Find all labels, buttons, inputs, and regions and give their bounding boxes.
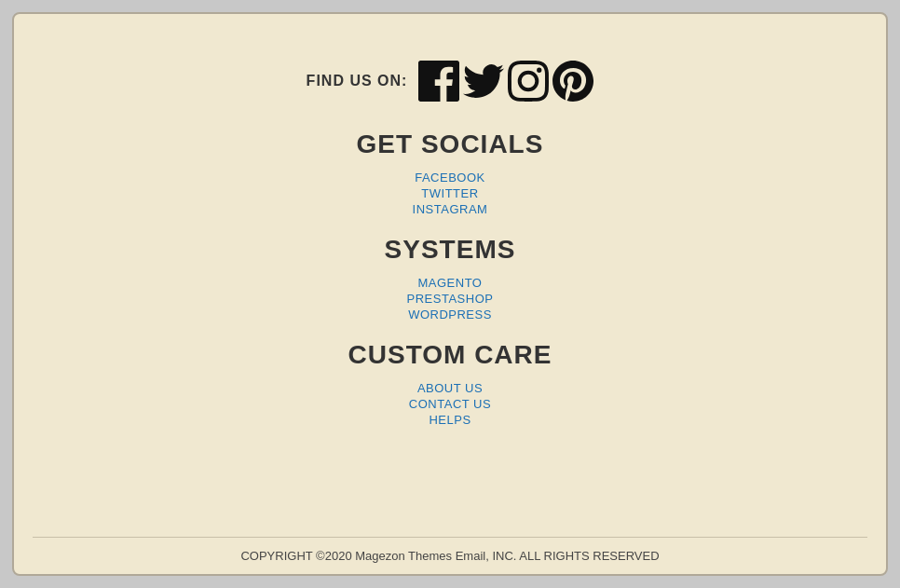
instagram-icon[interactable] [508,61,549,102]
twitter-link[interactable]: TWITTER [421,186,478,200]
get-socials-links: FACEBOOK TWITTER INSTAGRAM [413,171,488,216]
systems-links: MAGENTO PRESTASHOP WORDPRESS [407,276,494,321]
custom-care-links: ABOUT US CONTACT US HELPS [409,381,491,427]
main-content: GET SOCIALS FACEBOOK TWITTER INSTAGRAM S… [33,130,867,537]
pinterest-icon[interactable] [552,61,593,102]
facebook-link[interactable]: FACEBOOK [415,171,485,185]
contact-us-link[interactable]: CONTACT US [409,397,491,411]
helps-link[interactable]: HELPS [429,413,470,427]
social-icons-group [418,61,593,102]
copyright-bar: COPYRIGHT ©2020 Magezon Themes Email, IN… [33,537,867,574]
find-us-row: FIND US ON: [307,61,594,102]
find-us-label: FIND US ON: [307,73,408,89]
get-socials-heading: GET SOCIALS [357,130,544,159]
custom-care-heading: CUSTOM CARE [348,340,552,370]
magento-link[interactable]: MAGENTO [417,276,482,290]
page-container: FIND US ON: [12,12,888,576]
facebook-icon[interactable] [418,61,459,102]
about-us-link[interactable]: ABOUT US [417,381,483,395]
instagram-link[interactable]: INSTAGRAM [413,202,488,216]
twitter-icon[interactable] [463,61,504,102]
copyright-text: COPYRIGHT ©2020 Magezon Themes Email, IN… [240,549,659,563]
prestashop-link[interactable]: PRESTASHOP [407,292,494,306]
systems-heading: SYSTEMS [385,235,516,265]
wordpress-link[interactable]: WORDPRESS [408,308,492,321]
